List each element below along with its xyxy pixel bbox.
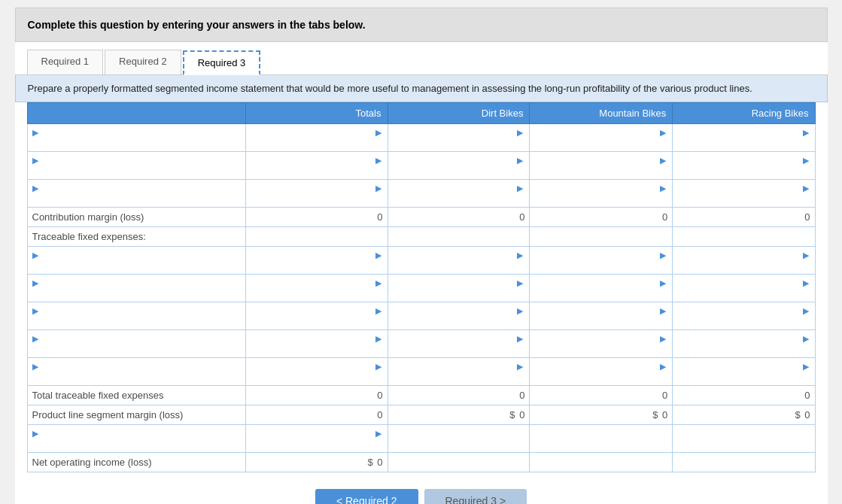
income-statement-table: Totals Dirt Bikes Mountain Bikes Racing …: [27, 102, 816, 472]
tab-required2[interactable]: Required 2: [105, 50, 181, 74]
racing-input-cell[interactable]: ▶: [673, 180, 815, 208]
total-traceable-totals: 0: [245, 386, 388, 405]
segment-margin-racing: $ 0: [673, 405, 815, 425]
empty-cell: [388, 425, 530, 453]
row-label-input[interactable]: [32, 288, 241, 299]
arrow-icon: ▶: [32, 184, 40, 193]
totals-input-cell[interactable]: ▶: [245, 247, 388, 275]
segment-margin-row: Product line segment margin (loss) 0 $ 0…: [27, 405, 815, 425]
total-traceable-row: Total traceable fixed expenses 0 0 0 0: [27, 386, 815, 405]
mountain-input-cell[interactable]: ▶: [530, 247, 673, 275]
totals-input-cell[interactable]: ▶: [245, 358, 388, 386]
dirt-input-cell[interactable]: ▶: [388, 330, 530, 358]
traceable-dirt-empty: [388, 227, 530, 247]
racing-input-cell[interactable]: ▶: [673, 247, 815, 275]
totals-input-cell[interactable]: ▶: [245, 124, 388, 152]
row-label-input[interactable]: [32, 316, 241, 327]
tab-required3[interactable]: Required 3: [183, 50, 261, 75]
racing-input-cell[interactable]: ▶: [673, 330, 815, 358]
tabs-container: Required 1 Required 2 Required 3: [15, 42, 828, 75]
dirt-input-cell[interactable]: ▶: [388, 302, 530, 330]
contribution-margin-mountain: 0: [530, 208, 673, 227]
dirt-input-cell[interactable]: ▶: [388, 275, 530, 302]
totals-input-cell[interactable]: ▶: [245, 275, 388, 302]
next-button[interactable]: Required 3 >: [424, 489, 527, 504]
mountain-input-cell[interactable]: ▶: [530, 275, 673, 302]
col-header-dirt-bikes: Dirt Bikes: [388, 103, 530, 124]
segment-margin-dirt: $ 0: [388, 405, 530, 425]
table-row: ▶ ▶ ▶ ▶ ▶: [27, 247, 815, 275]
dollar-sign: $: [367, 457, 374, 468]
segment-margin-totals: 0: [245, 405, 388, 425]
traceable-label-row: Traceable fixed expenses:: [27, 227, 815, 247]
arrow-icon: ▶: [32, 429, 40, 438]
prev-button[interactable]: < Required 2: [315, 489, 418, 504]
col-header-totals: Totals: [245, 103, 388, 124]
row-label-cell: ▶: [27, 358, 245, 386]
mountain-input-cell[interactable]: ▶: [530, 302, 673, 330]
racing-input-cell[interactable]: ▶: [673, 152, 815, 180]
row-label-input[interactable]: [32, 165, 241, 177]
racing-input-cell[interactable]: ▶: [673, 275, 815, 302]
mountain-input-cell[interactable]: ▶: [530, 330, 673, 358]
table-row: ▶ ▶ ▶ ▶ ▶: [27, 358, 815, 386]
dirt-input-cell[interactable]: ▶: [388, 358, 530, 386]
empty-cell: [673, 453, 815, 472]
mountain-input-cell[interactable]: ▶: [530, 152, 673, 180]
table-row: ▶ ▶ ▶ ▶ ▶: [27, 124, 815, 152]
contribution-margin-label: Contribution margin (loss): [27, 208, 245, 227]
dirt-input-cell[interactable]: ▶: [388, 180, 530, 208]
totals-input-cell[interactable]: ▶: [245, 302, 388, 330]
contribution-margin-totals: 0: [245, 208, 388, 227]
totals-input-cell[interactable]: ▶: [245, 180, 388, 208]
row-label-cell: ▶: [27, 302, 245, 330]
dirt-input-cell[interactable]: ▶: [388, 124, 530, 152]
col-header-label: [27, 103, 245, 124]
contribution-margin-dirt: 0: [388, 208, 530, 227]
total-traceable-mountain: 0: [530, 386, 673, 405]
racing-input-cell[interactable]: ▶: [673, 358, 815, 386]
table-row: ▶ ▶ ▶ ▶ ▶: [27, 180, 815, 208]
empty-cell: [530, 425, 673, 453]
row-label-input[interactable]: [32, 439, 241, 450]
traceable-totals-empty: [245, 227, 388, 247]
totals-input-cell[interactable]: ▶: [245, 330, 388, 358]
row-label-input[interactable]: [32, 372, 241, 383]
mountain-input-cell[interactable]: ▶: [530, 124, 673, 152]
arrow-icon: ▶: [32, 128, 40, 137]
table-header-row: Totals Dirt Bikes Mountain Bikes Racing …: [27, 103, 815, 124]
total-traceable-dirt: 0: [388, 386, 530, 405]
row-label-input[interactable]: [32, 193, 241, 205]
row-label-cell: ▶: [27, 180, 245, 208]
racing-input-cell[interactable]: ▶: [673, 124, 815, 152]
row-label-input[interactable]: [32, 344, 241, 355]
arrow-icon: ▶: [32, 306, 40, 315]
arrow-icon: ▶: [32, 334, 40, 343]
net-operating-label: Net operating income (loss): [27, 453, 245, 472]
total-traceable-racing: 0: [673, 386, 815, 405]
net-operating-value: $ 0: [245, 453, 388, 472]
empty-cell: [673, 425, 815, 453]
body-instruction: Prepare a properly formatted segmented i…: [15, 75, 828, 102]
table-row: ▶ ▶ ▶ ▶ ▶: [27, 152, 815, 180]
row-label-cell: ▶: [27, 124, 245, 152]
table-row: ▶ ▶ ▶ ▶ ▶: [27, 330, 815, 358]
mountain-input-cell[interactable]: ▶: [530, 358, 673, 386]
traceable-racing-empty: [673, 227, 815, 247]
dollar-sign: $: [795, 409, 801, 421]
row-label-input[interactable]: [32, 138, 241, 149]
total-traceable-label: Total traceable fixed expenses: [27, 386, 245, 405]
header-instruction: Complete this question by entering your …: [15, 8, 828, 42]
segment-margin-mountain: $ 0: [530, 405, 673, 425]
dirt-input-cell[interactable]: ▶: [388, 152, 530, 180]
dirt-input-cell[interactable]: ▶: [388, 247, 530, 275]
tab-required1[interactable]: Required 1: [27, 50, 104, 74]
contribution-margin-row: Contribution margin (loss) 0 0 0 0: [27, 208, 815, 227]
row-label-input[interactable]: [32, 260, 241, 272]
col-header-racing-bikes: Racing Bikes: [673, 103, 815, 124]
totals-input-cell[interactable]: ▶: [245, 425, 388, 453]
arrow-icon: ▶: [32, 156, 40, 165]
mountain-input-cell[interactable]: ▶: [530, 180, 673, 208]
totals-input-cell[interactable]: ▶: [245, 152, 388, 180]
racing-input-cell[interactable]: ▶: [673, 302, 815, 330]
